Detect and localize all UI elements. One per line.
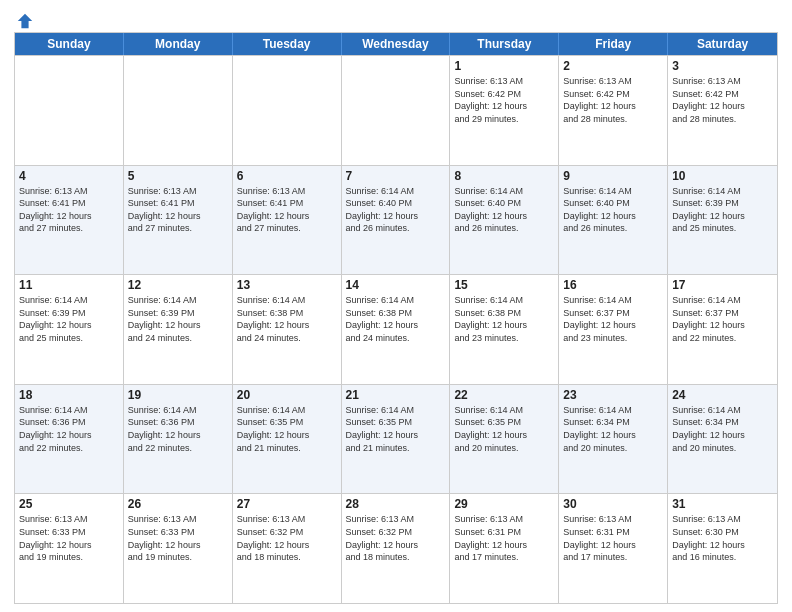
day-info: Sunrise: 6:14 AM Sunset: 6:35 PM Dayligh… — [346, 404, 446, 454]
day-number: 18 — [19, 388, 119, 402]
day-number: 20 — [237, 388, 337, 402]
day-number: 24 — [672, 388, 773, 402]
calendar-week-3: 11Sunrise: 6:14 AM Sunset: 6:39 PM Dayli… — [15, 274, 777, 384]
day-info: Sunrise: 6:13 AM Sunset: 6:33 PM Dayligh… — [128, 513, 228, 563]
calendar-cell: 20Sunrise: 6:14 AM Sunset: 6:35 PM Dayli… — [233, 385, 342, 494]
day-number: 26 — [128, 497, 228, 511]
day-number: 22 — [454, 388, 554, 402]
day-info: Sunrise: 6:13 AM Sunset: 6:30 PM Dayligh… — [672, 513, 773, 563]
day-number: 25 — [19, 497, 119, 511]
calendar-cell: 30Sunrise: 6:13 AM Sunset: 6:31 PM Dayli… — [559, 494, 668, 603]
day-number: 31 — [672, 497, 773, 511]
day-info: Sunrise: 6:13 AM Sunset: 6:32 PM Dayligh… — [346, 513, 446, 563]
day-info: Sunrise: 6:14 AM Sunset: 6:36 PM Dayligh… — [19, 404, 119, 454]
day-info: Sunrise: 6:14 AM Sunset: 6:40 PM Dayligh… — [346, 185, 446, 235]
calendar-cell: 16Sunrise: 6:14 AM Sunset: 6:37 PM Dayli… — [559, 275, 668, 384]
calendar-cell: 26Sunrise: 6:13 AM Sunset: 6:33 PM Dayli… — [124, 494, 233, 603]
calendar-cell: 12Sunrise: 6:14 AM Sunset: 6:39 PM Dayli… — [124, 275, 233, 384]
day-number: 16 — [563, 278, 663, 292]
calendar-cell: 5Sunrise: 6:13 AM Sunset: 6:41 PM Daylig… — [124, 166, 233, 275]
calendar-cell: 14Sunrise: 6:14 AM Sunset: 6:38 PM Dayli… — [342, 275, 451, 384]
day-info: Sunrise: 6:14 AM Sunset: 6:35 PM Dayligh… — [237, 404, 337, 454]
day-info: Sunrise: 6:13 AM Sunset: 6:42 PM Dayligh… — [672, 75, 773, 125]
day-info: Sunrise: 6:13 AM Sunset: 6:33 PM Dayligh… — [19, 513, 119, 563]
header — [14, 10, 778, 26]
calendar-cell: 17Sunrise: 6:14 AM Sunset: 6:37 PM Dayli… — [668, 275, 777, 384]
calendar-week-2: 4Sunrise: 6:13 AM Sunset: 6:41 PM Daylig… — [15, 165, 777, 275]
day-info: Sunrise: 6:14 AM Sunset: 6:40 PM Dayligh… — [454, 185, 554, 235]
calendar-cell: 25Sunrise: 6:13 AM Sunset: 6:33 PM Dayli… — [15, 494, 124, 603]
day-number: 10 — [672, 169, 773, 183]
day-header-friday: Friday — [559, 33, 668, 55]
day-info: Sunrise: 6:13 AM Sunset: 6:41 PM Dayligh… — [237, 185, 337, 235]
calendar-cell: 29Sunrise: 6:13 AM Sunset: 6:31 PM Dayli… — [450, 494, 559, 603]
day-info: Sunrise: 6:13 AM Sunset: 6:32 PM Dayligh… — [237, 513, 337, 563]
calendar-cell: 8Sunrise: 6:14 AM Sunset: 6:40 PM Daylig… — [450, 166, 559, 275]
day-number: 17 — [672, 278, 773, 292]
calendar-cell: 18Sunrise: 6:14 AM Sunset: 6:36 PM Dayli… — [15, 385, 124, 494]
calendar-cell: 13Sunrise: 6:14 AM Sunset: 6:38 PM Dayli… — [233, 275, 342, 384]
day-header-monday: Monday — [124, 33, 233, 55]
day-info: Sunrise: 6:14 AM Sunset: 6:38 PM Dayligh… — [237, 294, 337, 344]
calendar-cell: 28Sunrise: 6:13 AM Sunset: 6:32 PM Dayli… — [342, 494, 451, 603]
day-header-tuesday: Tuesday — [233, 33, 342, 55]
day-header-sunday: Sunday — [15, 33, 124, 55]
day-number: 8 — [454, 169, 554, 183]
day-number: 27 — [237, 497, 337, 511]
day-info: Sunrise: 6:13 AM Sunset: 6:31 PM Dayligh… — [454, 513, 554, 563]
logo-icon — [16, 12, 34, 30]
day-info: Sunrise: 6:14 AM Sunset: 6:37 PM Dayligh… — [672, 294, 773, 344]
day-info: Sunrise: 6:14 AM Sunset: 6:34 PM Dayligh… — [563, 404, 663, 454]
calendar-cell: 31Sunrise: 6:13 AM Sunset: 6:30 PM Dayli… — [668, 494, 777, 603]
calendar: SundayMondayTuesdayWednesdayThursdayFrid… — [14, 32, 778, 604]
day-info: Sunrise: 6:14 AM Sunset: 6:37 PM Dayligh… — [563, 294, 663, 344]
day-info: Sunrise: 6:14 AM Sunset: 6:39 PM Dayligh… — [672, 185, 773, 235]
calendar-cell: 27Sunrise: 6:13 AM Sunset: 6:32 PM Dayli… — [233, 494, 342, 603]
calendar-cell: 6Sunrise: 6:13 AM Sunset: 6:41 PM Daylig… — [233, 166, 342, 275]
day-number: 11 — [19, 278, 119, 292]
day-number: 4 — [19, 169, 119, 183]
day-info: Sunrise: 6:14 AM Sunset: 6:35 PM Dayligh… — [454, 404, 554, 454]
day-number: 2 — [563, 59, 663, 73]
calendar-week-4: 18Sunrise: 6:14 AM Sunset: 6:36 PM Dayli… — [15, 384, 777, 494]
day-number: 14 — [346, 278, 446, 292]
day-info: Sunrise: 6:14 AM Sunset: 6:40 PM Dayligh… — [563, 185, 663, 235]
day-info: Sunrise: 6:14 AM Sunset: 6:39 PM Dayligh… — [19, 294, 119, 344]
day-number: 28 — [346, 497, 446, 511]
day-info: Sunrise: 6:14 AM Sunset: 6:39 PM Dayligh… — [128, 294, 228, 344]
day-info: Sunrise: 6:14 AM Sunset: 6:36 PM Dayligh… — [128, 404, 228, 454]
calendar-cell: 22Sunrise: 6:14 AM Sunset: 6:35 PM Dayli… — [450, 385, 559, 494]
day-number: 29 — [454, 497, 554, 511]
calendar-cell: 15Sunrise: 6:14 AM Sunset: 6:38 PM Dayli… — [450, 275, 559, 384]
day-info: Sunrise: 6:13 AM Sunset: 6:42 PM Dayligh… — [563, 75, 663, 125]
day-number: 15 — [454, 278, 554, 292]
page: SundayMondayTuesdayWednesdayThursdayFrid… — [0, 0, 792, 612]
calendar-cell — [124, 56, 233, 165]
calendar-cell: 11Sunrise: 6:14 AM Sunset: 6:39 PM Dayli… — [15, 275, 124, 384]
day-header-saturday: Saturday — [668, 33, 777, 55]
calendar-cell: 10Sunrise: 6:14 AM Sunset: 6:39 PM Dayli… — [668, 166, 777, 275]
day-info: Sunrise: 6:13 AM Sunset: 6:31 PM Dayligh… — [563, 513, 663, 563]
calendar-week-1: 1Sunrise: 6:13 AM Sunset: 6:42 PM Daylig… — [15, 55, 777, 165]
day-number: 19 — [128, 388, 228, 402]
calendar-cell: 7Sunrise: 6:14 AM Sunset: 6:40 PM Daylig… — [342, 166, 451, 275]
calendar-body: 1Sunrise: 6:13 AM Sunset: 6:42 PM Daylig… — [15, 55, 777, 603]
day-info: Sunrise: 6:13 AM Sunset: 6:41 PM Dayligh… — [128, 185, 228, 235]
logo — [14, 10, 34, 26]
day-number: 21 — [346, 388, 446, 402]
day-number: 12 — [128, 278, 228, 292]
day-number: 6 — [237, 169, 337, 183]
day-number: 23 — [563, 388, 663, 402]
calendar-cell — [15, 56, 124, 165]
day-info: Sunrise: 6:13 AM Sunset: 6:41 PM Dayligh… — [19, 185, 119, 235]
day-number: 30 — [563, 497, 663, 511]
day-number: 13 — [237, 278, 337, 292]
calendar-cell: 3Sunrise: 6:13 AM Sunset: 6:42 PM Daylig… — [668, 56, 777, 165]
calendar-cell: 2Sunrise: 6:13 AM Sunset: 6:42 PM Daylig… — [559, 56, 668, 165]
calendar-cell: 21Sunrise: 6:14 AM Sunset: 6:35 PM Dayli… — [342, 385, 451, 494]
calendar-header-row: SundayMondayTuesdayWednesdayThursdayFrid… — [15, 33, 777, 55]
calendar-cell — [233, 56, 342, 165]
calendar-cell: 4Sunrise: 6:13 AM Sunset: 6:41 PM Daylig… — [15, 166, 124, 275]
calendar-cell: 9Sunrise: 6:14 AM Sunset: 6:40 PM Daylig… — [559, 166, 668, 275]
day-number: 9 — [563, 169, 663, 183]
